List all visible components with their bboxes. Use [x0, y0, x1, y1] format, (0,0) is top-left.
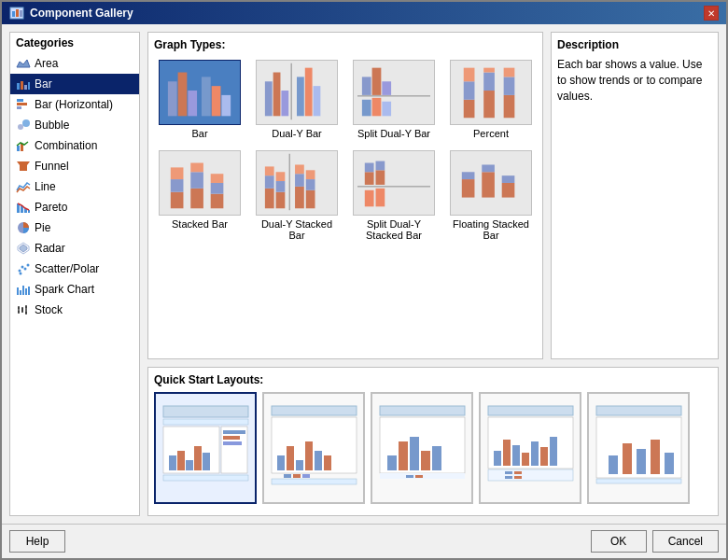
ok-button[interactable]: OK [591, 530, 647, 553]
svg-rect-70 [504, 77, 515, 95]
svg-rect-68 [483, 68, 495, 73]
svg-rect-113 [194, 446, 202, 470]
svg-rect-156 [596, 406, 681, 415]
svg-rect-104 [482, 164, 495, 172]
svg-rect-123 [287, 446, 294, 470]
svg-rect-14 [17, 146, 20, 151]
svg-rect-10 [17, 103, 27, 105]
svg-rect-11 [17, 106, 21, 109]
cancel-button[interactable]: Cancel [652, 530, 719, 553]
sidebar-item-line[interactable]: Line [10, 176, 139, 197]
svg-rect-69 [504, 95, 515, 118]
svg-rect-119 [163, 475, 248, 481]
quick-layout-4[interactable] [479, 392, 581, 504]
graph-type-bar[interactable]: Bar [154, 57, 245, 142]
funnel-icon [16, 159, 31, 174]
sidebar-item-scatter[interactable]: Scatter/Polar [10, 259, 139, 279]
graph-types-grid: Bar [154, 57, 537, 244]
sidebar-item-spark-chart[interactable]: Spark Chart [10, 279, 139, 300]
svg-rect-120 [272, 406, 357, 415]
svg-rect-131 [272, 479, 357, 484]
sidebar-item-bar-horizontal[interactable]: Bar (Horizontal) [10, 94, 139, 115]
graph-type-stacked-bar[interactable]: Stacked Bar [154, 147, 245, 244]
svg-point-13 [22, 119, 30, 127]
graph-type-split-dual-y-stacked-bar[interactable]: Split Dual-Y Stacked Bar [348, 147, 440, 244]
svg-rect-122 [277, 455, 285, 470]
svg-point-27 [27, 264, 30, 267]
spark-icon [16, 282, 31, 297]
svg-rect-15 [21, 144, 23, 151]
svg-rect-149 [540, 447, 548, 466]
sidebar-item-bar[interactable]: Bar [10, 74, 139, 94]
svg-rect-63 [464, 100, 475, 119]
quick-layout-3[interactable] [371, 392, 473, 504]
svg-rect-151 [488, 469, 573, 481]
svg-rect-72 [171, 192, 184, 209]
quick-layout-1[interactable] [154, 392, 257, 504]
svg-rect-95 [365, 163, 374, 173]
svg-rect-160 [637, 449, 646, 474]
quick-layout-2[interactable] [262, 392, 365, 504]
svg-rect-44 [178, 73, 188, 117]
svg-rect-97 [376, 161, 385, 171]
sidebar-item-area[interactable]: Area [10, 53, 139, 74]
svg-rect-80 [211, 174, 224, 183]
graph-type-percent[interactable]: Percent [445, 57, 537, 142]
dual-y-bar-label: Dual-Y Bar [272, 128, 322, 139]
svg-rect-67 [483, 73, 495, 91]
sidebar-item-funnel[interactable]: Funnel [10, 156, 139, 176]
svg-rect-159 [623, 443, 632, 474]
svg-rect-138 [432, 446, 441, 470]
svg-marker-4 [17, 60, 30, 67]
svg-rect-9 [17, 99, 23, 102]
svg-rect-126 [315, 451, 322, 470]
svg-rect-147 [522, 453, 529, 466]
svg-rect-114 [203, 453, 210, 470]
bar-icon [16, 77, 31, 91]
svg-rect-31 [22, 286, 24, 295]
sidebar-item-pie[interactable]: Pie [10, 217, 139, 238]
graph-type-split-dual-y-bar[interactable]: Split Dual-Y Bar [348, 57, 440, 142]
graph-type-floating-stacked-bar[interactable]: Floating Stacked Bar [445, 147, 537, 244]
svg-rect-158 [609, 455, 618, 474]
svg-point-25 [21, 266, 24, 269]
svg-rect-2 [16, 9, 19, 17]
quick-layout-5[interactable] [587, 392, 690, 504]
line-icon [16, 179, 31, 194]
svg-rect-144 [494, 451, 501, 466]
sidebar-item-combination[interactable]: Combination [10, 135, 139, 156]
pareto-icon [16, 200, 31, 215]
sidebar-item-bubble[interactable]: Bubble [10, 115, 139, 135]
sidebar-item-radar[interactable]: Radar [10, 238, 139, 259]
graph-type-dual-y-stacked-bar[interactable]: Dual-Y Stacked Bar [251, 147, 343, 244]
svg-rect-117 [223, 436, 240, 440]
svg-rect-74 [171, 167, 184, 179]
graph-type-dual-y-bar[interactable]: Dual-Y Bar [251, 57, 343, 142]
description-panel: Description Each bar shows a value. Use … [551, 32, 719, 359]
svg-rect-46 [202, 77, 211, 116]
close-button[interactable]: ✕ [704, 6, 719, 21]
svg-rect-108 [163, 419, 248, 425]
svg-rect-60 [362, 100, 371, 117]
svg-rect-107 [163, 406, 248, 417]
svg-rect-77 [190, 163, 203, 173]
svg-rect-124 [296, 460, 303, 470]
bubble-icon [16, 118, 31, 133]
svg-marker-16 [17, 161, 30, 171]
svg-rect-92 [306, 179, 315, 190]
floating-stacked-bar-thumb [450, 150, 532, 216]
svg-rect-75 [190, 189, 203, 208]
sidebar-item-pareto[interactable]: Pareto [10, 197, 139, 217]
sidebar-item-stock[interactable]: Stock [10, 300, 139, 320]
svg-rect-56 [362, 77, 371, 95]
scatter-icon [16, 261, 31, 276]
svg-rect-53 [305, 68, 313, 117]
svg-rect-102 [462, 172, 475, 179]
svg-rect-125 [305, 441, 313, 470]
pie-icon [16, 220, 31, 235]
svg-rect-54 [314, 86, 321, 116]
split-dual-y-stacked-bar-thumb [353, 150, 435, 216]
svg-rect-142 [488, 406, 573, 415]
svg-rect-154 [505, 476, 512, 479]
help-button[interactable]: Help [9, 530, 65, 553]
